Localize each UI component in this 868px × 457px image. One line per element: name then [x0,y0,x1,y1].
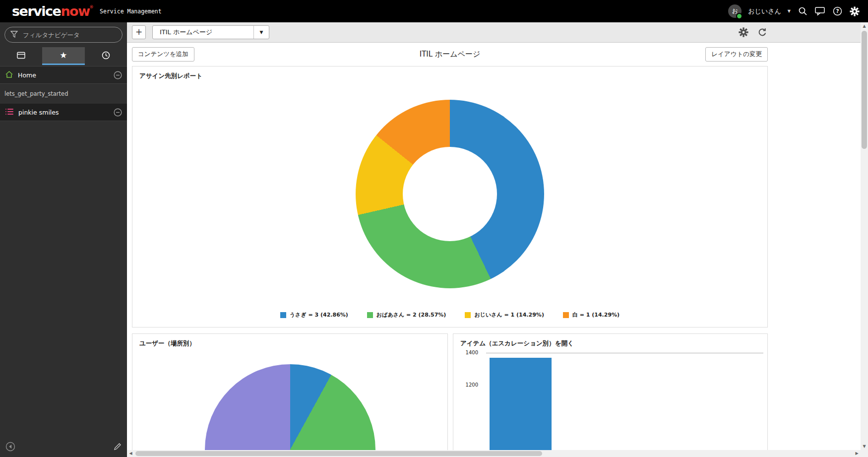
remove-favorite-icon[interactable] [114,71,122,79]
chat-icon[interactable] [814,6,825,17]
report-card-assignee: アサイン先別レポート うさぎ = 3 (42.86%) おばあさん = 2 (2… [132,66,768,327]
scroll-right-icon[interactable]: ▶ [853,450,861,457]
scrollbar-corner [861,450,868,457]
filter-navigator-box [4,27,123,43]
search-icon[interactable] [797,6,808,17]
location-pie[interactable] [205,364,375,450]
legend-swatch [280,312,286,318]
applications-icon [17,52,25,61]
y-axis-tick: 1200 [453,382,478,388]
new-homepage-button[interactable]: + [132,25,146,39]
legend-swatch [367,312,373,318]
remove-favorite-icon[interactable] [114,108,122,117]
homepage-toolbar: + ITIL ホームページ ▼ [127,22,861,43]
scroll-left-icon[interactable]: ◀ [127,450,134,457]
favorite-item-home[interactable]: Home [0,66,127,84]
servicenow-logo: servicenow® [12,4,93,18]
chevron-down-icon: ▼ [253,26,269,39]
gear-icon[interactable] [849,6,860,17]
legend-label: おばあさん = 2 (28.57%) [376,311,446,319]
star-icon: ★ [60,51,67,60]
sidebar-item-lets-get-party-started[interactable]: lets_get_party_started [0,84,127,104]
refresh-icon[interactable] [757,27,768,38]
list-icon [5,108,14,117]
homepage-select[interactable]: ITIL ホームページ ▼ [152,25,269,39]
help-icon[interactable]: ? [832,6,843,17]
logo-now-text: now [61,4,89,18]
legend-item: おばあさん = 2 (28.57%) [367,311,446,319]
filter-wrap [0,22,127,47]
legend-label: 白 = 1 (14.29%) [572,311,620,319]
homepage-settings-gear-icon[interactable] [738,27,749,38]
horizontal-scroll-thumb[interactable] [135,451,542,456]
escalation-bar[interactable] [490,358,552,450]
legend-item: おじいさん = 1 (14.29%) [465,311,544,319]
legend-swatch [465,312,471,318]
vertical-scrollbar[interactable]: ▲ ▼ [861,22,868,450]
legend-item: うさぎ = 3 (42.86%) [280,311,348,319]
favorite-pinkie-label: pinkie smiles [18,109,59,116]
navigator-sidebar: ★ Home lets_get_party_started [0,22,127,457]
scroll-up-icon[interactable]: ▲ [861,22,868,30]
assignee-legend: うさぎ = 3 (42.86%) おばあさん = 2 (28.57%) おじいさ… [132,311,767,319]
main-area: + ITIL ホームページ ▼ [127,22,868,457]
tab-favorites[interactable]: ★ [42,47,84,65]
favorite-item-pinkie-smiles[interactable]: pinkie smiles [0,104,127,121]
report-title: アサイン先別レポート [132,66,767,83]
top-banner: servicenow® Service Management お おじいさん ▼… [0,0,868,22]
filter-funnel-icon [10,30,18,40]
homepage-content: コンテンツを追加 ITIL ホームページ レイアウトの変更 アサイン先別レポート… [127,43,861,450]
favorite-home-label: Home [18,71,36,79]
clock-icon [102,51,110,62]
assignee-donut[interactable] [356,100,544,288]
change-layout-button[interactable]: レイアウトの変更 [705,47,768,62]
product-subtitle: Service Management [100,8,162,15]
homepage-select-value: ITIL ホームページ [153,26,253,39]
report-card-users-by-location: ユーザー（場所別） [132,333,448,450]
y-axis-tick: 1400 [453,350,478,355]
edit-favorites-icon[interactable] [114,443,122,451]
page-header: コンテンツを追加 ITIL ホームページ レイアウトの変更 [132,47,768,62]
sidebar-footer [0,436,127,457]
legend-label: うさぎ = 3 (42.86%) [290,311,348,319]
gridline-1400 [486,353,763,353]
report-title: ユーザー（場所別） [132,334,447,351]
user-name[interactable]: おじいさん [748,7,781,16]
collapse-sidebar-icon[interactable] [5,442,15,452]
page-title: ITIL ホームページ [132,50,768,59]
toolbar-icons [738,27,768,38]
svg-text:?: ? [836,8,839,14]
report-title: アイテム（エスカレーション別）を開く [453,334,767,351]
filter-navigator-input[interactable] [22,31,117,39]
legend-label: おじいさん = 1 (14.29%) [474,311,544,319]
report-card-open-items-by-escalation: アイテム（エスカレーション別）を開く 1400 1200 [453,333,768,450]
add-content-button[interactable]: コンテンツを追加 [132,47,194,62]
topbar-controls: お おじいさん ▼ ? [728,4,860,18]
navigator-tabs: ★ [0,47,127,65]
cards-row: ユーザー（場所別） アイテム（エスカレーション別）を開く 1400 1200 [132,333,768,450]
logo-service-text: service [12,4,61,18]
user-menu-caret-icon[interactable]: ▼ [788,9,791,13]
online-status-dot [736,13,743,19]
app-screen: servicenow® Service Management お おじいさん ▼… [0,0,868,457]
legend-item: 白 = 1 (14.29%) [563,311,620,319]
tab-all-applications[interactable] [0,47,42,65]
user-avatar[interactable]: お [728,4,742,18]
legend-swatch [563,312,569,318]
horizontal-scrollbar[interactable]: ◀ ▶ [127,450,861,457]
vertical-scroll-thumb[interactable] [862,31,867,149]
home-icon [5,70,13,80]
logo-registered-mark: ® [90,5,93,9]
scroll-down-icon[interactable]: ▼ [861,443,868,450]
tab-history[interactable] [85,47,127,65]
